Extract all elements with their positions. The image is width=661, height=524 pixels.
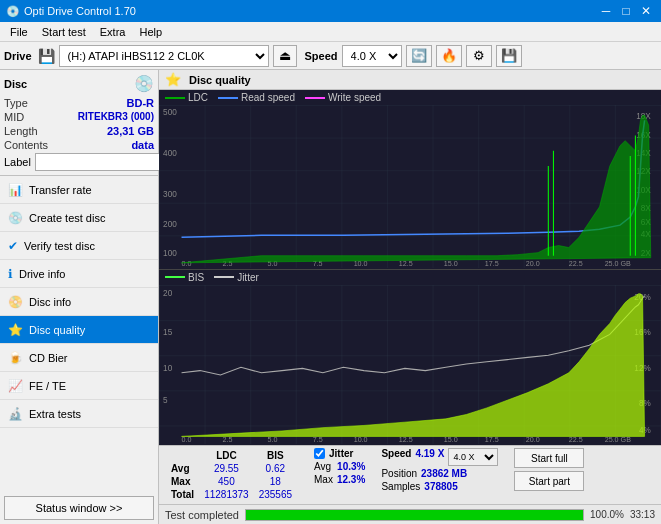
drive-info-icon: ℹ: [8, 267, 13, 281]
stats-avg-ldc: 29.55: [200, 463, 253, 474]
svg-text:15: 15: [163, 327, 172, 337]
samples-label: Samples: [381, 481, 420, 492]
disc-length-label: Length: [4, 125, 38, 137]
drive-selector[interactable]: (H:) ATAPI iHBS112 2 CL0K: [59, 45, 269, 67]
status-window-button[interactable]: Status window >>: [4, 496, 154, 520]
burn-button[interactable]: 🔥: [436, 45, 462, 67]
menu-start-test[interactable]: Start test: [36, 24, 92, 40]
speed-selector[interactable]: 4.0 X: [342, 45, 402, 67]
status-text: Test completed: [165, 509, 239, 521]
legend-jitter-color: [214, 276, 234, 278]
disc-length-row: Length 23,31 GB: [4, 125, 154, 137]
stats-bar: LDC BIS Avg 29.55 0.62 Max 450 18 Total …: [159, 445, 661, 504]
bottom-legend: BIS Jitter: [159, 270, 661, 285]
sidebar-item-transfer-rate[interactable]: 📊 Transfer rate: [0, 176, 158, 204]
sidebar-item-label-cd-bier: CD Bier: [29, 352, 68, 364]
svg-text:12.5: 12.5: [399, 260, 413, 268]
jitter-checkbox[interactable]: [314, 448, 325, 459]
disc-label-label: Label: [4, 156, 31, 168]
start-full-button[interactable]: Start full: [514, 448, 584, 468]
settings-button[interactable]: ⚙: [466, 45, 492, 67]
progress-fill: [246, 510, 583, 520]
stats-avg-label: Avg: [167, 463, 198, 474]
sidebar-item-label-disc-quality: Disc quality: [29, 324, 85, 336]
stats-col-bis: BIS: [255, 450, 296, 461]
svg-text:15.0: 15.0: [444, 260, 458, 268]
disc-contents-row: Contents data: [4, 139, 154, 151]
svg-text:5: 5: [163, 395, 168, 405]
minimize-button[interactable]: ─: [597, 2, 615, 20]
legend-read-color: [218, 97, 238, 99]
nav-container: 📊 Transfer rate 💿 Create test disc ✔ Ver…: [0, 176, 158, 428]
stats-max-label: Max: [167, 476, 198, 487]
sidebar-item-disc-info[interactable]: 📀 Disc info: [0, 288, 158, 316]
save-button[interactable]: 💾: [496, 45, 522, 67]
sidebar-item-create-test-disc[interactable]: 💿 Create test disc: [0, 204, 158, 232]
bottom-chart-svg: 20% 16% 12% 8% 4% 20 15 10 5 0.0 2.5 5.0…: [159, 285, 661, 444]
stats-max-ldc: 450: [200, 476, 253, 487]
svg-text:20: 20: [163, 288, 172, 298]
sidebar-item-label-fe-te: FE / TE: [29, 380, 66, 392]
disc-type-value: BD-R: [127, 97, 155, 109]
position-row: Position 23862 MB: [381, 468, 498, 479]
maximize-button[interactable]: □: [617, 2, 635, 20]
menu-file[interactable]: File: [4, 24, 34, 40]
stats-table: LDC BIS Avg 29.55 0.62 Max 450 18 Total …: [165, 448, 298, 502]
stats-avg-bis: 0.62: [255, 463, 296, 474]
stats-total-ldc: 11281373: [200, 489, 253, 500]
progress-time: 33:13: [630, 509, 655, 520]
disc-info-icon: 📀: [8, 295, 23, 309]
svg-text:10: 10: [163, 362, 172, 372]
eject-button[interactable]: ⏏: [273, 45, 297, 67]
drive-label: Drive: [4, 50, 32, 62]
menu-bar: File Start test Extra Help: [0, 22, 661, 42]
disc-quality-icon: ⭐: [8, 323, 23, 337]
drive-icon: 💾: [38, 48, 55, 64]
legend-bis: BIS: [165, 272, 204, 283]
position-value: 23862 MB: [421, 468, 467, 479]
sidebar-item-verify-test-disc[interactable]: ✔ Verify test disc: [0, 232, 158, 260]
sidebar-item-drive-info[interactable]: ℹ Drive info: [0, 260, 158, 288]
disc-type-row: Type BD-R: [4, 97, 154, 109]
top-chart-svg: 18X 16X 14X 12X 10X 8X 6X 4X 2X 500 400 …: [159, 105, 661, 268]
svg-text:300: 300: [163, 190, 177, 199]
action-section: Start full Start part: [514, 448, 584, 491]
verify-test-disc-icon: ✔: [8, 239, 18, 253]
svg-text:25.0 GB: 25.0 GB: [605, 260, 631, 268]
title-bar-controls: ─ □ ✕: [597, 2, 655, 20]
legend-ldc: LDC: [165, 92, 208, 103]
legend-bis-label: BIS: [188, 272, 204, 283]
app-title: Opti Drive Control 1.70: [24, 5, 136, 17]
menu-extra[interactable]: Extra: [94, 24, 132, 40]
progress-bar-container: Test completed 100.0% 33:13: [159, 504, 661, 524]
legend-write-color: [305, 97, 325, 99]
jitter-max-label: Max: [314, 474, 333, 485]
main-content: Disc 💿 Type BD-R MID RITEKBR3 (000) Leng…: [0, 70, 661, 524]
menu-help[interactable]: Help: [133, 24, 168, 40]
jitter-max-value: 12.3%: [337, 474, 365, 485]
stats-max-bis: 18: [255, 476, 296, 487]
legend-write-label: Write speed: [328, 92, 381, 103]
sidebar-item-label-disc-info: Disc info: [29, 296, 71, 308]
progress-bar: [245, 509, 584, 521]
svg-text:0.0: 0.0: [182, 260, 192, 268]
fe-te-icon: 📈: [8, 379, 23, 393]
drive-toolbar: Drive 💾 (H:) ATAPI iHBS112 2 CL0K ⏏ Spee…: [0, 42, 661, 70]
sidebar-item-extra-tests[interactable]: 🔬 Extra tests: [0, 400, 158, 428]
jitter-stats: Jitter Avg 10.3% Max 12.3%: [314, 448, 365, 485]
legend-write-speed: Write speed: [305, 92, 381, 103]
stats-total-bis: 235565: [255, 489, 296, 500]
disc-contents-value: data: [131, 139, 154, 151]
sidebar-item-fe-te[interactable]: 📈 FE / TE: [0, 372, 158, 400]
speed-selector-stats[interactable]: 4.0 X: [448, 448, 498, 466]
disc-section: Disc 💿 Type BD-R MID RITEKBR3 (000) Leng…: [0, 70, 158, 176]
legend-bis-color: [165, 276, 185, 278]
close-button[interactable]: ✕: [637, 2, 655, 20]
sidebar-item-cd-bier[interactable]: 🍺 CD Bier: [0, 344, 158, 372]
disc-label-input[interactable]: [35, 153, 168, 171]
start-part-button[interactable]: Start part: [514, 471, 584, 491]
sidebar-item-disc-quality[interactable]: ⭐ Disc quality: [0, 316, 158, 344]
refresh-button[interactable]: 🔄: [406, 45, 432, 67]
svg-text:20.0: 20.0: [526, 260, 540, 268]
speed-label: Speed: [305, 50, 338, 62]
